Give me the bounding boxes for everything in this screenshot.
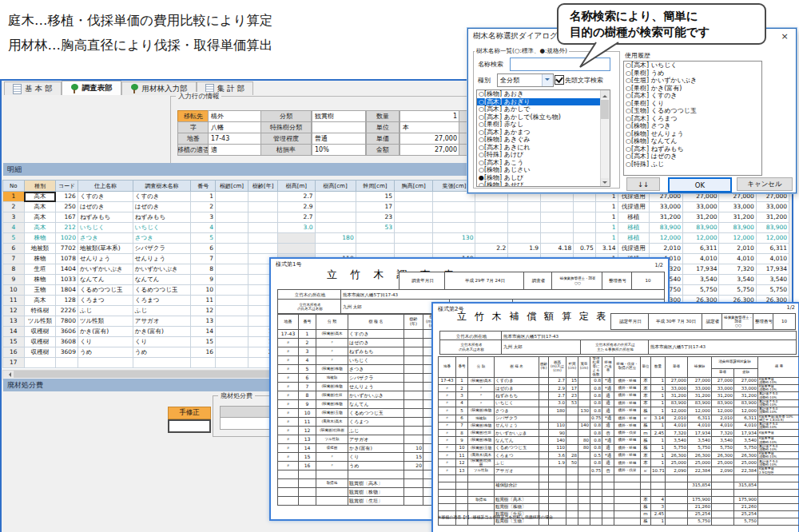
grid-cell[interactable] — [541, 223, 574, 233]
close-icon[interactable]: × — [778, 30, 791, 42]
list-item[interactable]: ○[特殊] あけび — [477, 151, 600, 159]
grid-cell[interactable]: くすのき — [78, 192, 133, 202]
grid-cell[interactable]: いちじく — [133, 223, 191, 233]
tab-survey[interactable]: 調査表部 — [62, 81, 121, 95]
grid-cell[interactable]: 31,200 — [719, 212, 756, 223]
grid-cell[interactable]: 5 — [191, 233, 216, 244]
grid-cell[interactable]: 6 — [3, 244, 25, 254]
grid-column-header[interactable]: 番号 — [191, 181, 216, 192]
grid-cell[interactable]: 3.14 — [595, 244, 618, 254]
grid-cell[interactable]: 株物 — [24, 233, 56, 244]
grid-cell[interactable]: 14 — [191, 327, 216, 337]
grid-cell[interactable]: 17 — [3, 358, 25, 368]
grid-cell[interactable] — [395, 212, 433, 223]
grid-cell[interactable]: 6 — [191, 244, 216, 254]
field-value[interactable]: 17-43 — [208, 133, 264, 145]
grid-cell[interactable]: 1 — [595, 202, 618, 212]
list-item[interactable]: ○[株物] あきぐみ — [477, 136, 600, 144]
list-scrollbar[interactable] — [600, 90, 610, 186]
grid-cell[interactable] — [433, 244, 475, 254]
grid-cell[interactable]: かいずかいぶき — [78, 264, 133, 275]
grid-cell[interactable]: ふじ — [133, 306, 191, 316]
grid-cell[interactable]: 2,010 — [719, 244, 756, 254]
list-item[interactable]: ○[株物] なんてん — [624, 137, 761, 145]
grid-cell[interactable] — [78, 358, 133, 368]
grid-cell[interactable] — [215, 254, 248, 264]
grid-cell[interactable] — [278, 244, 315, 254]
grid-cell[interactable]: 特殊樹 — [24, 306, 56, 316]
list-item[interactable]: ○[高木] ねずみもち — [624, 145, 761, 153]
grid-cell[interactable]: 15 — [3, 337, 25, 347]
grid-cell[interactable]: さつき — [133, 233, 191, 244]
field-value[interactable]: 適 — [208, 144, 264, 156]
list-item[interactable]: ●[株物] あしび — [477, 174, 600, 182]
grid-cell[interactable]: 10 — [3, 285, 25, 296]
grid-cell[interactable] — [574, 202, 595, 212]
grid-cell[interactable] — [574, 223, 595, 233]
field-value[interactable] — [312, 121, 366, 133]
grid-cell[interactable]: 14 — [3, 327, 25, 337]
scroll-up-arrow-icon[interactable] — [601, 90, 609, 98]
usage-history-list[interactable]: ○[高木] いちじく○[果樹] うめ○[生垣] かいずかいぶき○[果樹] かき(… — [623, 61, 762, 176]
grid-cell[interactable]: 2 — [191, 202, 216, 212]
grid-cell[interactable] — [395, 223, 433, 233]
grid-cell[interactable]: 1 — [595, 212, 618, 223]
tree-name-list[interactable]: ○[株物] あおき○[高木] あおぎり○[高木] あかしで○[高木] あかしで(… — [476, 89, 610, 187]
grid-cell[interactable] — [248, 192, 278, 202]
grid-cell[interactable] — [215, 347, 248, 358]
grid-cell[interactable] — [395, 192, 433, 202]
grid-cell[interactable]: ツル性類 — [78, 316, 133, 327]
grid-column-header[interactable]: 種別 — [24, 181, 56, 192]
grid-cell[interactable]: 高木 — [24, 192, 56, 202]
grid-cell[interactable]: 16 — [191, 347, 216, 358]
grid-cell[interactable] — [356, 244, 394, 254]
grid-cell[interactable]: 5,750 — [682, 285, 719, 296]
grid-cell[interactable]: 128 — [56, 296, 78, 306]
grid-cell[interactable]: 3 — [3, 212, 25, 223]
grid-cell[interactable] — [248, 212, 278, 223]
grid-cell[interactable]: 5,750 — [719, 285, 756, 296]
grid-cell[interactable]: 高木 — [24, 212, 56, 223]
list-item[interactable]: ○[高木] あこう — [477, 159, 600, 167]
grid-cell[interactable]: 12,000 — [650, 233, 683, 244]
grid-cell[interactable]: 高木 — [24, 296, 56, 306]
grid-cell[interactable] — [215, 202, 248, 212]
grid-cell[interactable]: 31,200 — [756, 212, 789, 223]
grid-cell[interactable] — [508, 223, 541, 233]
grid-cell[interactable]: 7 — [191, 254, 216, 264]
grid-cell[interactable] — [248, 244, 278, 254]
grid-cell[interactable]: 0.75 — [574, 244, 595, 254]
grid-cell[interactable]: 3.0 — [278, 223, 315, 233]
grid-cell[interactable]: 5,750 — [756, 285, 789, 296]
grid-cell[interactable]: 12 — [191, 306, 216, 316]
list-item[interactable]: ○[高木] あかまつ — [477, 129, 600, 137]
grid-cell[interactable] — [215, 306, 248, 316]
grid-cell[interactable] — [541, 212, 574, 223]
grid-cell[interactable]: 12,000 — [719, 233, 756, 244]
grid-cell[interactable]: 7 — [3, 254, 25, 264]
grid-cell[interactable]: 15 — [191, 337, 216, 347]
grid-column-header[interactable]: 根廻[cm] — [215, 181, 248, 192]
grid-cell[interactable]: 16 — [3, 347, 25, 358]
grid-cell[interactable]: なんてん — [133, 275, 191, 285]
grid-cell[interactable] — [508, 233, 541, 244]
list-item[interactable]: ○[果樹] 赤なし — [477, 121, 600, 129]
grid-cell[interactable] — [248, 202, 278, 212]
prefix-search-checkbox[interactable] — [555, 75, 564, 85]
field-value[interactable]: 八幡 — [208, 121, 264, 133]
grid-cell[interactable]: ねずみもち — [78, 212, 133, 223]
grid-cell[interactable]: 33,000 — [682, 202, 719, 212]
list-item[interactable]: ○[株物] さつき — [624, 122, 761, 130]
field-value[interactable]: 本 — [400, 121, 460, 133]
grid-cell[interactable]: 収穫樹 — [24, 327, 56, 337]
grid-cell[interactable]: ねずみもち — [133, 212, 191, 223]
grid-cell[interactable]: 31,200 — [650, 212, 683, 223]
grid-cell[interactable]: ツル性類 — [24, 316, 56, 327]
list-item[interactable]: ○[株物] あじさい — [477, 166, 600, 174]
grid-cell[interactable]: くり — [78, 337, 133, 347]
grid-cell[interactable]: 83,900 — [756, 223, 789, 233]
grid-cell[interactable] — [315, 192, 356, 202]
grid-cell[interactable]: 4.18 — [541, 244, 574, 254]
grid-column-header[interactable]: 胸高[cm] — [395, 181, 433, 192]
grid-cell[interactable]: 12 — [3, 306, 25, 316]
